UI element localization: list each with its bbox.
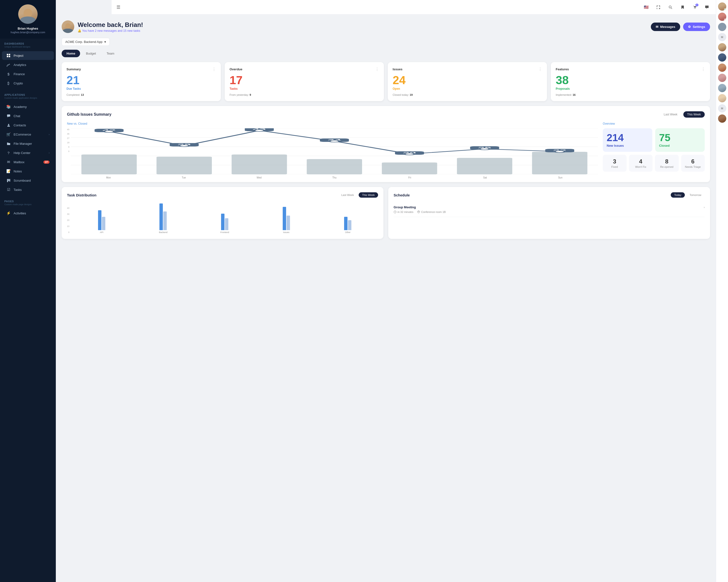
svg-rect-0 bbox=[7, 54, 8, 55]
sidebar-item-chat[interactable]: Chat bbox=[2, 112, 54, 120]
svg-point-41 bbox=[104, 131, 114, 132]
task-dist-this-week-btn[interactable]: This Week bbox=[359, 192, 378, 198]
mini-stat-label-needstriage: Needs Triage bbox=[683, 165, 703, 168]
right-avatar-m2[interactable]: M bbox=[718, 104, 726, 113]
sidebar-item-label-academy: Academy bbox=[14, 105, 27, 109]
language-flag[interactable]: 🇺🇸 bbox=[642, 3, 650, 11]
stat-cards-container: Summary ⋮ 21 Due Tasks Completed: 13 Ove… bbox=[62, 62, 710, 101]
tab-budget[interactable]: Budget bbox=[81, 50, 101, 57]
navigation-tabs: Home Budget Team bbox=[62, 50, 710, 57]
chart-subtitle: New vs. Closed bbox=[67, 122, 598, 126]
stat-card-menu-issues[interactable]: ⋮ bbox=[538, 67, 542, 72]
sidebar-item-helpcenter[interactable]: ? Help Center › bbox=[2, 148, 54, 157]
stat-label-features: Proposals bbox=[556, 87, 705, 90]
right-avatar-6[interactable] bbox=[718, 53, 726, 62]
svg-rect-1 bbox=[9, 54, 10, 55]
stat-number-features: 38 bbox=[556, 75, 705, 86]
right-avatar-12[interactable] bbox=[718, 114, 726, 123]
messages-topnav-icon[interactable] bbox=[703, 3, 711, 11]
cart-topnav-icon[interactable]: 5 bbox=[691, 3, 699, 11]
sidebar-item-ecommerce[interactable]: 🛒 ECommerce › bbox=[2, 130, 54, 139]
right-avatar-m1[interactable]: M bbox=[718, 33, 726, 41]
stat-card-title-summary: Summary bbox=[67, 67, 81, 71]
sidebar-item-filemanager[interactable]: File Manager bbox=[2, 139, 54, 148]
sidebar-item-crypto[interactable]: ₿ Crypto bbox=[2, 79, 54, 87]
svg-point-42 bbox=[179, 145, 189, 147]
stat-meta-overdue: From yesterday: 9 bbox=[230, 93, 379, 96]
sidebar-item-notes[interactable]: 📝 Notes bbox=[2, 167, 54, 175]
schedule-card: Schedule Today Tomorrow Group Meeting › bbox=[388, 187, 710, 239]
github-last-week-btn[interactable]: Last Week bbox=[660, 111, 681, 118]
sidebar-item-activities[interactable]: ⚡ Activities bbox=[2, 209, 54, 218]
new-issues-label: New Issues bbox=[607, 144, 648, 147]
hamburger-menu[interactable]: ☰ bbox=[116, 5, 120, 10]
sidebar-item-tasks[interactable]: ☑ Tasks bbox=[2, 185, 54, 194]
svg-rect-2 bbox=[7, 56, 8, 57]
folder-icon bbox=[6, 141, 11, 146]
mail-icon: ✉ bbox=[6, 160, 11, 164]
online-indicator bbox=[724, 8, 726, 10]
bottom-grid: Task Distribution Last Week This Week 40… bbox=[62, 187, 710, 244]
sidebar-item-scrumboard[interactable]: Scrumboard bbox=[2, 176, 54, 185]
sidebar-item-contacts[interactable]: Contacts bbox=[2, 121, 54, 130]
sidebar-item-analytics[interactable]: Analytics bbox=[2, 60, 54, 69]
sidebar-item-label-helpcenter: Help Center bbox=[14, 151, 30, 155]
right-avatar-7[interactable] bbox=[718, 63, 726, 72]
github-this-week-btn[interactable]: This Week bbox=[683, 111, 705, 118]
helpcenter-arrow-icon: › bbox=[49, 151, 50, 154]
project-selector[interactable]: ACME Corp. Backend App ▾ bbox=[62, 38, 110, 46]
schedule-time: in 32 minutes bbox=[394, 211, 413, 213]
mini-stat-reopened: 8 Re-opened bbox=[655, 155, 679, 172]
sidebar-item-mailbox[interactable]: ✉ Mailbox 27 bbox=[2, 158, 54, 166]
user-email: hughes.brian@company.com bbox=[11, 31, 45, 34]
mini-stat-label-wontfix: Won't Fix bbox=[631, 165, 650, 168]
tab-home[interactable]: Home bbox=[62, 50, 80, 57]
today-btn[interactable]: Today bbox=[671, 192, 684, 198]
schedule-item-group-meeting: Group Meeting › in 32 minutes bbox=[394, 202, 705, 217]
task-dist-last-week-btn[interactable]: Last Week bbox=[338, 192, 357, 198]
settings-button[interactable]: ⚙ Settings bbox=[683, 23, 710, 31]
stat-meta-features: Implemented: 16 bbox=[556, 93, 705, 96]
tab-team[interactable]: Team bbox=[102, 50, 119, 57]
tomorrow-btn[interactable]: Tomorrow bbox=[686, 192, 705, 198]
svg-rect-26 bbox=[532, 152, 588, 174]
svg-rect-21 bbox=[157, 157, 212, 174]
bookmark-icon[interactable] bbox=[678, 3, 687, 11]
stat-card-menu-features[interactable]: ⋮ bbox=[701, 67, 705, 72]
sidebar-item-label-finance: Finance bbox=[14, 72, 25, 76]
right-avatar-2[interactable] bbox=[718, 12, 726, 21]
note-icon: 📝 bbox=[6, 169, 11, 173]
right-avatar-9[interactable] bbox=[718, 84, 726, 92]
sidebar-item-label-chat: Chat bbox=[14, 114, 20, 118]
sidebar-user-profile: Brian Hughes hughes.brian@company.com bbox=[0, 0, 56, 38]
search-icon[interactable] bbox=[666, 3, 675, 11]
stat-card-title-overdue: Overdue bbox=[230, 67, 242, 71]
mini-stat-num-needstriage: 6 bbox=[683, 158, 703, 165]
right-avatar-10[interactable] bbox=[718, 94, 726, 102]
right-avatar-8[interactable] bbox=[718, 74, 726, 82]
sidebar-item-finance[interactable]: $ Finance bbox=[2, 70, 54, 78]
mini-stat-num-wontfix: 4 bbox=[631, 158, 650, 165]
sidebar-item-label-analytics: Analytics bbox=[14, 63, 26, 67]
stat-number-overdue: 17 bbox=[230, 75, 379, 86]
fullscreen-icon[interactable] bbox=[654, 3, 662, 11]
chart-day-wed: Wed bbox=[222, 176, 297, 179]
stat-card-menu-summary[interactable]: ⋮ bbox=[212, 67, 216, 72]
schedule-arrow-icon[interactable]: › bbox=[704, 205, 705, 209]
sidebar-item-project[interactable]: Project bbox=[2, 51, 54, 60]
right-avatar-5[interactable] bbox=[718, 43, 726, 51]
right-avatar-3[interactable] bbox=[718, 23, 726, 31]
task-icon: ☑ bbox=[6, 188, 11, 192]
sidebar-item-label-mailbox: Mailbox bbox=[14, 160, 25, 164]
stat-card-menu-overdue[interactable]: ⋮ bbox=[375, 67, 379, 72]
svg-point-12 bbox=[694, 8, 695, 8]
svg-rect-9 bbox=[9, 179, 10, 182]
stat-card-overdue: Overdue ⋮ 17 Tasks From yesterday: 9 bbox=[225, 62, 384, 101]
user-avatar bbox=[18, 4, 37, 24]
messages-button[interactable]: ✉ Messages bbox=[651, 23, 680, 31]
right-avatar-1[interactable] bbox=[718, 2, 726, 11]
stat-card-issues: Issues ⋮ 24 Open Closed today: 19 bbox=[388, 62, 547, 101]
task-distribution-card: Task Distribution Last Week This Week 40… bbox=[62, 187, 383, 239]
sidebar-item-academy[interactable]: 📚 Academy bbox=[2, 102, 54, 111]
svg-rect-22 bbox=[232, 155, 287, 174]
